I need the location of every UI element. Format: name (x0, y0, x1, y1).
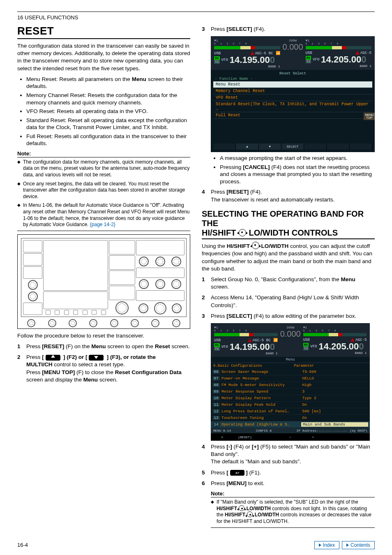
step3-notes: A message prompting the start of the res… (211, 155, 375, 185)
frequency-sub: 14.205.000 (321, 55, 366, 64)
menu-row[interactable]: 08FM Mode S-meter SensitivityHigh (211, 382, 370, 388)
list-item: Standard Reset: Reset all operating data… (26, 117, 190, 131)
list-item: Memory Channel Reset: Resets the configu… (26, 92, 190, 106)
menu-row[interactable]: 11Meter Display Peak HoldOn (211, 402, 370, 408)
step-item: 1 Press [RESET] (F) on the Menu screen t… (17, 343, 190, 350)
knob-icon (154, 302, 166, 314)
index-link[interactable]: Index (314, 541, 339, 549)
menu-row[interactable]: 12Long Press Duration of Panel…500 [ms] (211, 408, 370, 415)
menu-row-label: Operating Band (High/Low & S… (221, 422, 301, 427)
dial-icon (252, 242, 259, 249)
menu-title: Reset Select (213, 72, 372, 76)
menu-row-index: 14 (212, 422, 220, 427)
step-4: 4 Press [RESET] (F4). The transceiver is… (202, 188, 375, 203)
knob-icon (151, 319, 159, 327)
dial-icon (239, 229, 246, 236)
power-value: 0.000 (283, 42, 303, 52)
menu-row[interactable]: 07Power-on MessageHELLO (211, 375, 370, 382)
soft-key-plus[interactable]: + (302, 435, 324, 439)
step-item: 4 Press [-] (F4) or [+] (F5) to select "… (202, 443, 375, 466)
vfo-label: VFO (221, 345, 228, 349)
step-number: 1 (202, 276, 205, 283)
knob-icon (139, 257, 149, 266)
list-item: VFO Reset: Resets all operating data in … (26, 108, 190, 115)
vfo-label: VFO (310, 345, 317, 349)
knob-icon (171, 257, 181, 266)
knob-icon (138, 303, 148, 313)
knob-icon (110, 319, 118, 327)
contents-link[interactable]: Contents (342, 541, 375, 549)
soft-key-select[interactable]: SELECT (281, 143, 304, 150)
mode-label: USB (303, 338, 310, 342)
menu-category-header: 0.Basic Configurations Parameter (211, 363, 370, 369)
soft-key-back[interactable]: ⬅ (211, 435, 233, 439)
soft-key-minus[interactable]: − (279, 435, 302, 439)
note-item: Once any reset begins, the data will be … (17, 181, 190, 200)
dial-icon (247, 511, 253, 517)
menu-item[interactable]: Standard Reset(The Clock, TX Inhibit, an… (213, 101, 372, 112)
soft-key-reset[interactable]: (RESET) (233, 435, 256, 439)
menu-item[interactable]: Menu Reset (213, 81, 372, 88)
menu-column-header: - Function Name - (213, 76, 372, 81)
menu-row[interactable]: 13Touchscreen TuningOn (211, 415, 370, 421)
key: [-] (226, 444, 232, 450)
soft-key-down[interactable]: ▼ (259, 143, 281, 150)
bold: Menu (341, 276, 355, 282)
ant-indicator: ▼1 (214, 326, 278, 329)
key: [ (226, 469, 228, 476)
menu-row-index: 06 (212, 370, 220, 374)
menu-row-label: Meter Display Pattern (221, 396, 302, 400)
text: Press (211, 26, 226, 32)
step-item: 3 Press [SELECT] (F4) to allow editing o… (202, 312, 375, 320)
menu-row-index: 10 (212, 396, 220, 400)
step-number: 5 (202, 469, 205, 476)
note-item: If "Main Band only" is selected, the "SU… (211, 499, 375, 525)
rx-indicator: RX (306, 56, 311, 60)
menu-row[interactable]: 06Screen Saver MessageTS-990 (211, 369, 370, 375)
ant-indicator: ▼1 (214, 39, 280, 42)
knob-icon (171, 279, 181, 289)
soft-key[interactable]: . (213, 143, 236, 150)
knob-icon (28, 280, 38, 290)
menu-item[interactable]: VFO Reset (213, 95, 372, 101)
menu-row[interactable]: 09Meter Response Speed3 (211, 388, 370, 395)
menu-row[interactable]: 14Operating Band (High/Low & S…Main and … (211, 421, 370, 428)
header-rule (17, 12, 375, 12)
menu-row-index: 12 (212, 409, 220, 414)
menu-row-value: 3 (302, 389, 369, 394)
soft-key[interactable]: . (350, 143, 372, 150)
left-column: RESET The configuration data stored in t… (17, 25, 190, 530)
step-number: 3 (202, 312, 205, 320)
bold: Reset (155, 343, 170, 349)
menu-row[interactable]: 10Meter Display PatternType 2 (211, 395, 370, 402)
front-panel-figure: KENWOOD TS-990 (17, 234, 190, 329)
band-label: BAND 1 (214, 352, 278, 355)
soft-key-up[interactable]: ▲ (236, 143, 258, 150)
text: (F1). (248, 469, 261, 476)
menu-row-value: On (302, 416, 369, 420)
text: The transceiver is reset and automatical… (211, 197, 335, 203)
rx-indicator: RX (214, 56, 220, 60)
rx-indicator: RX (214, 343, 220, 347)
menu-item[interactable]: Full Reset (213, 112, 372, 119)
menu-row-label: Long Press Duration of Panel… (221, 409, 302, 414)
text: screen. (98, 377, 118, 383)
note-list: The configuration data for memory channe… (17, 159, 190, 228)
frequency-sub: 14.205.000 (318, 342, 364, 351)
key: [SELECT] (226, 313, 252, 319)
text: Select Group No. 0, "Basic Configuration… (211, 276, 341, 282)
knob-icon (131, 319, 139, 327)
rx-indicator: RX (303, 343, 309, 347)
menu-row-label: FM Mode S-meter Sensitivity (221, 383, 302, 387)
text: Press (26, 369, 42, 375)
text: ] (F2) or (63, 354, 85, 360)
menu-item[interactable]: Memory Channel Reset (213, 88, 372, 95)
note-label: Note: (211, 490, 375, 497)
menu-title: Menu (211, 357, 370, 363)
menu-row-label: Meter Response Speed (221, 389, 302, 394)
soft-key[interactable]: . (327, 143, 349, 150)
menu-row-label: Touchscreen Tuning (221, 416, 302, 420)
chapter-title: 16 USEFUL FUNCTIONS (17, 14, 375, 21)
soft-key[interactable]: . (304, 143, 327, 150)
page-link[interactable]: {page 14-2} (88, 222, 115, 227)
